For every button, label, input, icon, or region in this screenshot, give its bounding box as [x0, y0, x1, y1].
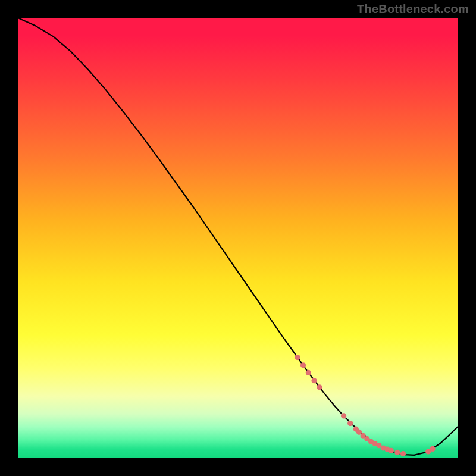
marker-point	[394, 450, 400, 455]
chart-svg	[18, 18, 458, 458]
marker-point	[295, 355, 300, 360]
marker-point	[389, 448, 394, 453]
marker-point	[430, 446, 435, 452]
marker-point	[347, 421, 353, 426]
marker-point	[317, 384, 322, 390]
marker-point	[311, 378, 317, 383]
marker-point	[400, 451, 406, 456]
marker-group	[295, 355, 435, 456]
plot-area	[18, 18, 458, 458]
marker-point	[341, 413, 346, 418]
marker-point	[300, 362, 306, 368]
attribution-label: TheBottleneck.com	[357, 2, 469, 16]
chart-stage: TheBottleneck.com	[0, 0, 476, 476]
series-line	[18, 18, 458, 455]
marker-point	[306, 370, 311, 375]
